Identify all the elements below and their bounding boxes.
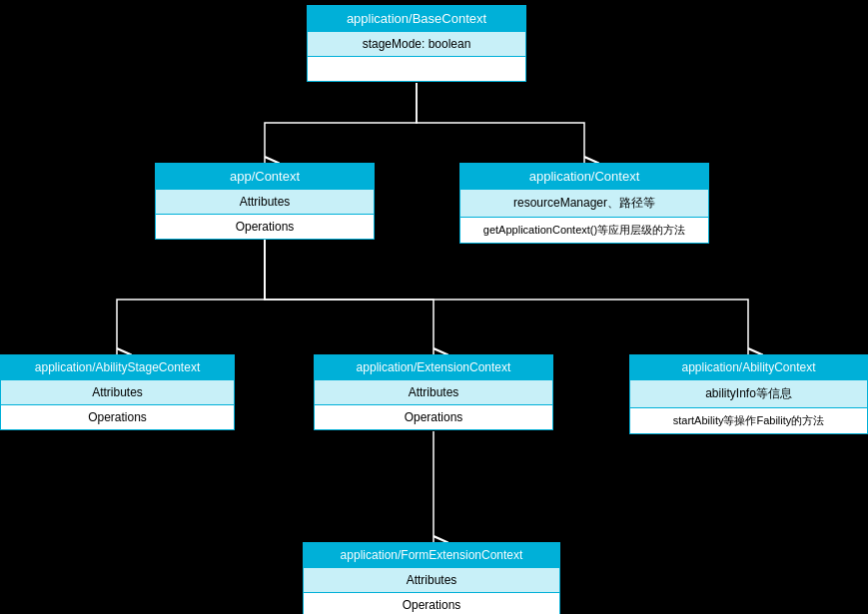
extension-context-operations: Operations [315, 404, 552, 429]
ability-context-header: application/AbilityContext [630, 355, 867, 379]
extension-context-box: application/ExtensionContext Attributes … [314, 354, 553, 430]
application-context-header: application/Context [460, 164, 708, 189]
form-extension-operations: Operations [304, 592, 559, 614]
form-extension-header: application/FormExtensionContext [304, 543, 559, 567]
app-context-attributes: Attributes [156, 189, 374, 214]
ability-context-info: abilityInfo等信息 [630, 379, 867, 407]
app-context-box: app/Context Attributes Operations [155, 163, 375, 240]
app-context-header: app/Context [156, 164, 374, 189]
base-context-header: application/BaseContext [308, 6, 525, 31]
ability-context-start: startAbility等操作Fability的方法 [630, 407, 867, 433]
application-context-getapp: getApplicationContext()等应用层级的方法 [460, 217, 708, 243]
base-context-stagemode: stageMode: boolean [308, 31, 525, 56]
form-extension-context-box: application/FormExtensionContext Attribu… [303, 542, 560, 614]
app-context-operations: Operations [156, 214, 374, 239]
form-extension-attributes: Attributes [304, 567, 559, 592]
base-context-box: application/BaseContext stageMode: boole… [307, 5, 526, 82]
ability-stage-context-box: application/AbilityStageContext Attribut… [0, 354, 235, 430]
application-context-resource: resourceManager、路径等 [460, 189, 708, 217]
extension-context-attributes: Attributes [315, 379, 552, 404]
application-context-box: application/Context resourceManager、路径等 … [459, 163, 709, 244]
ability-stage-header: application/AbilityStageContext [1, 355, 234, 379]
ability-stage-operations: Operations [1, 404, 234, 429]
ability-stage-attributes: Attributes [1, 379, 234, 404]
extension-context-header: application/ExtensionContext [315, 355, 552, 379]
ability-context-box: application/AbilityContext abilityInfo等信… [629, 354, 868, 434]
base-context-empty [308, 56, 525, 81]
